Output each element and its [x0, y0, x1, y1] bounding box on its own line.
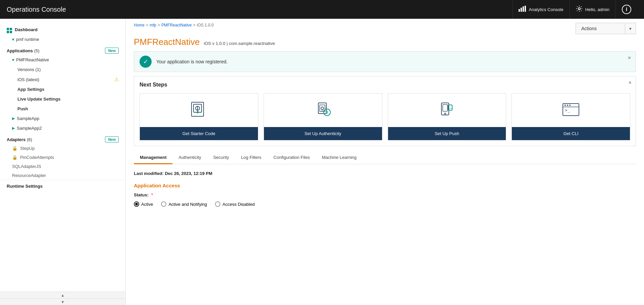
get-starter-code-button[interactable]: Get Starter Code: [140, 127, 258, 140]
sidebar-pmfreactnative[interactable]: ▾ PMFReactNative: [0, 55, 125, 65]
tabs-row: Management Authenticity Security Log Fil…: [134, 151, 636, 164]
get-cli-button[interactable]: Get CLI: [512, 127, 630, 140]
sidebar-push[interactable]: Push: [0, 104, 125, 114]
tab-management[interactable]: Management: [134, 151, 172, 164]
sidebar-pincodeAttempts[interactable]: 🔒 PinCodeAttempts: [0, 153, 125, 162]
radio-disabled-label: Access Disabled: [222, 202, 255, 207]
radio-active[interactable]: Active: [134, 201, 153, 207]
sidebar-scroll-down[interactable]: ▼: [0, 298, 125, 305]
sidebar-applications-header: Applications (5) New: [0, 44, 125, 55]
app-title: Operations Console: [7, 6, 512, 13]
applications-new-badge: New: [105, 48, 119, 54]
status-field-row: Status: *: [134, 192, 636, 197]
actions-caret-icon: ▾: [625, 23, 636, 34]
svg-rect-13: [321, 110, 324, 112]
sidebar-resourceadapter[interactable]: ResourceAdapter: [0, 171, 125, 180]
actions-dropdown[interactable]: Actions ▾: [576, 23, 636, 34]
application-access-title: Application Access: [134, 183, 636, 188]
dashboard-label: Dashboard: [15, 27, 38, 32]
breadcrumb-home[interactable]: Home: [134, 23, 145, 27]
breadcrumb-mfp[interactable]: mfp: [150, 23, 156, 27]
success-icon: ✓: [140, 56, 152, 68]
authenticity-svg: 0: [313, 100, 333, 120]
sampleapp-label: SampleApp: [17, 116, 39, 121]
sidebar-ios-latest[interactable]: iOS (latest) ⚠: [0, 74, 125, 84]
set-up-authenticity-button[interactable]: Set Up Authenticity: [264, 127, 382, 140]
svg-text:0: 0: [326, 110, 328, 115]
cli-svg: >_: [561, 100, 581, 120]
radio-notifying-circle[interactable]: [161, 201, 166, 207]
sidebar-sqladapter[interactable]: SQLAdapterJS: [0, 162, 125, 171]
radio-active-notifying[interactable]: Active and Notifying: [161, 201, 207, 207]
sidebar-versions[interactable]: Versions (1): [0, 65, 125, 74]
card-get-cli: >_ Get CLI: [512, 93, 630, 140]
main-layout: Dashboard ▾ pmf runtime Applications (5): [0, 19, 644, 305]
versions-label: Versions (1): [17, 67, 41, 72]
top-navigation: Operations Console Analytics Console Hel: [0, 0, 644, 19]
user-label: Hello, admin: [585, 7, 609, 12]
sidebar-sampleapp2[interactable]: ▶ SampleApp2: [0, 123, 125, 133]
authenticity-icon-area: 0: [306, 94, 340, 127]
actions-label: Actions: [576, 23, 625, 34]
dashboard-icon: [7, 26, 12, 33]
svg-rect-2: [523, 6, 524, 12]
lock-icon-stepup: 🔒: [12, 146, 17, 151]
adapters-new-badge: New: [105, 136, 119, 142]
content-header: Home > mfp > PMFReactNative > iOS 1.0.0 …: [126, 19, 644, 47]
sidebar-runtime-settings[interactable]: Runtime Settings: [0, 180, 125, 192]
analytics-console-button[interactable]: Analytics Console: [512, 0, 569, 19]
tab-authenticity[interactable]: Authenticity: [172, 151, 207, 164]
tab-configuration-files[interactable]: Configuration Files: [267, 151, 316, 164]
radio-notifying-label: Active and Notifying: [168, 202, 207, 207]
nav-right-group: Analytics Console Hello, admin i: [512, 0, 637, 19]
svg-rect-18: [443, 105, 447, 111]
next-steps-title: Next Steps: [140, 82, 630, 88]
info-button[interactable]: i: [615, 0, 637, 19]
sidebar-app-settings[interactable]: App Settings: [0, 84, 125, 94]
starter-code-icon-area: [182, 94, 216, 127]
tab-security[interactable]: Security: [207, 151, 235, 164]
svg-rect-1: [521, 8, 522, 12]
tab-machine-learning[interactable]: Machine Learning: [316, 151, 363, 164]
card-set-up-authenticity: 0 Set Up Authenticity: [264, 93, 382, 140]
user-settings-button[interactable]: Hello, admin: [570, 0, 615, 19]
sidebar-live-update-settings[interactable]: Live Update Settings: [0, 94, 125, 104]
sidebar-runtime[interactable]: ▾ pmf runtime: [0, 35, 125, 44]
push-svg: ...: [437, 100, 457, 120]
sidebar-scroll-up[interactable]: ▲: [0, 292, 125, 298]
content-area: Home > mfp > PMFReactNative > iOS 1.0.0 …: [126, 19, 644, 305]
svg-point-23: [565, 105, 566, 106]
success-banner-close[interactable]: ×: [628, 55, 631, 61]
last-modified: Last modified: Dec 26, 2023, 12:19 PM: [134, 171, 636, 176]
applications-label: Applications (5): [7, 48, 40, 53]
warning-icon: ⚠: [114, 76, 119, 82]
next-steps-cards: Get Starter Code 0 Set Up: [140, 93, 630, 140]
starter-code-svg: [189, 100, 209, 120]
breadcrumb-current: iOS 1.0.0: [197, 23, 214, 27]
set-up-push-button[interactable]: Set Up Push: [388, 127, 506, 140]
management-content: Last modified: Dec 26, 2023, 12:19 PM Ap…: [126, 164, 644, 213]
sidebar-adapters-header: Adapters (6) New: [0, 133, 125, 144]
app-subtitle: iOS v 1.0.0 | com.sample.reactnative: [204, 41, 275, 46]
radio-disabled-circle[interactable]: [215, 201, 220, 207]
radio-active-label: Active: [141, 202, 153, 207]
analytics-icon: [519, 6, 526, 13]
sidebar-sampleapp[interactable]: ▶ SampleApp: [0, 114, 125, 123]
sidebar: Dashboard ▾ pmf runtime Applications (5): [0, 19, 126, 305]
radio-active-circle[interactable]: [134, 201, 139, 207]
svg-rect-0: [519, 9, 520, 12]
sidebar-dashboard[interactable]: Dashboard: [0, 23, 125, 35]
svg-point-12: [321, 107, 324, 110]
app-main-title: PMFReactNative: [134, 37, 200, 47]
sidebar-stepup[interactable]: 🔒 StepUp: [0, 144, 125, 153]
breadcrumb: Home > mfp > PMFReactNative > iOS 1.0.0: [134, 23, 214, 27]
breadcrumb-pmfreactnative[interactable]: PMFReactNative: [161, 23, 192, 27]
next-steps-close[interactable]: ×: [629, 80, 632, 86]
radio-group-status: Active Active and Notifying Access Disab…: [134, 201, 636, 207]
card-get-starter-code: Get Starter Code: [140, 93, 258, 140]
radio-access-disabled[interactable]: Access Disabled: [215, 201, 255, 207]
pmfreactnative-label: PMFReactNative: [16, 57, 49, 62]
runtime-label: pmf runtime: [16, 37, 39, 42]
ios-label: iOS (latest): [17, 77, 39, 82]
tab-log-filters[interactable]: Log Filters: [235, 151, 268, 164]
